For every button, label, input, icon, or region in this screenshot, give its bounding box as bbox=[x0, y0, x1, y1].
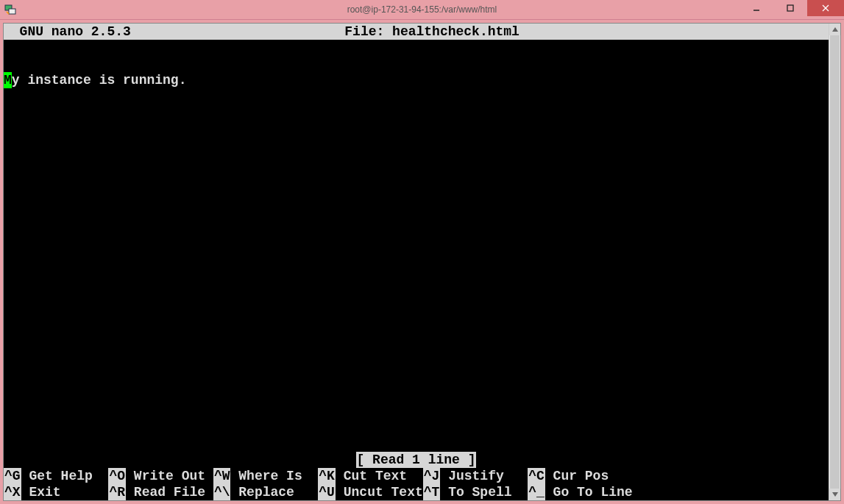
svg-marker-7 bbox=[832, 27, 838, 32]
shortcut-key: ^X bbox=[4, 484, 21, 500]
shortcut-label: Write Out bbox=[126, 468, 213, 484]
app-window: root@ip-172-31-94-155:/var/www/html GNU … bbox=[0, 0, 844, 504]
shortcut-row-2: ^X Exit ^R Read File ^\ Replace ^U Uncut… bbox=[4, 484, 829, 500]
shortcut-read-file[interactable]: ^R Read File bbox=[108, 484, 213, 500]
shortcut-label: Go To Line bbox=[545, 484, 633, 500]
terminal[interactable]: GNU nano 2.5.3 File: healthcheck.html My… bbox=[4, 24, 829, 500]
shortcut-key: ^T bbox=[423, 484, 441, 500]
scroll-up-button[interactable] bbox=[829, 24, 840, 35]
cursor: M bbox=[4, 72, 12, 88]
shortcut-key: ^K bbox=[318, 468, 336, 484]
scroll-thumb[interactable] bbox=[830, 35, 840, 489]
window-border: GNU nano 2.5.3 File: healthcheck.html My… bbox=[0, 20, 844, 504]
shortcut-label: Cut Text bbox=[336, 468, 423, 484]
scroll-track[interactable] bbox=[829, 35, 840, 489]
shortcut-where-is[interactable]: ^W Where Is bbox=[213, 468, 318, 484]
shortcut-label: Justify bbox=[440, 468, 528, 484]
shortcut-go-to-line[interactable]: ^_ Go To Line bbox=[528, 484, 632, 500]
scroll-down-button[interactable] bbox=[829, 489, 840, 500]
minimize-button[interactable] bbox=[740, 0, 773, 16]
status-message: [ Read 1 line ] bbox=[356, 452, 475, 468]
shortcut-key: ^J bbox=[423, 468, 441, 484]
shortcut-replace[interactable]: ^\ Replace bbox=[213, 484, 318, 500]
shortcut-label: Read File bbox=[126, 484, 213, 500]
window-title: root@ip-172-31-94-155:/var/www/html bbox=[0, 4, 844, 15]
svg-rect-4 bbox=[787, 5, 793, 11]
putty-icon bbox=[4, 4, 16, 15]
shortcut-key: ^R bbox=[108, 484, 126, 500]
shortcut-label: To Spell bbox=[440, 484, 528, 500]
maximize-button[interactable] bbox=[773, 0, 807, 16]
shortcut-key: ^U bbox=[318, 484, 336, 500]
shortcut-key: ^_ bbox=[528, 484, 545, 500]
shortcut-row-1: ^G Get Help ^O Write Out ^W Where Is ^K … bbox=[4, 468, 829, 484]
shortcut-get-help[interactable]: ^G Get Help bbox=[4, 468, 108, 484]
shortcut-cur-pos[interactable]: ^C Cur Pos bbox=[528, 468, 609, 484]
shortcut-label: Where Is bbox=[230, 468, 318, 484]
terminal-frame: GNU nano 2.5.3 File: healthcheck.html My… bbox=[3, 23, 841, 501]
editor-text: y instance is running. bbox=[12, 72, 187, 88]
shortcut-key: ^\ bbox=[213, 484, 231, 500]
titlebar[interactable]: root@ip-172-31-94-155:/var/www/html bbox=[0, 0, 844, 20]
editor-line[interactable]: My instance is running. bbox=[4, 72, 829, 88]
shortcut-label: Get Help bbox=[21, 468, 109, 484]
shortcut-bar: ^G Get Help ^O Write Out ^W Where Is ^K … bbox=[4, 468, 829, 500]
nano-app-label: GNU nano 2.5.3 bbox=[4, 24, 131, 40]
window-controls bbox=[740, 0, 844, 16]
editor-area[interactable]: My instance is running. bbox=[4, 40, 829, 452]
nano-file-label: File: healthcheck.html bbox=[131, 24, 829, 40]
shortcut-label: Replace bbox=[230, 484, 318, 500]
shortcut-write-out[interactable]: ^O Write Out bbox=[108, 468, 213, 484]
nano-header: GNU nano 2.5.3 File: healthcheck.html bbox=[4, 24, 829, 40]
shortcut-cut-text[interactable]: ^K Cut Text bbox=[318, 468, 422, 484]
shortcut-label: Uncut Text bbox=[336, 484, 423, 500]
shortcut-label: Cur Pos bbox=[545, 468, 609, 484]
shortcut-to-spell[interactable]: ^T To Spell bbox=[423, 484, 528, 500]
status-row: [ Read 1 line ] bbox=[4, 452, 829, 468]
shortcut-exit[interactable]: ^X Exit bbox=[4, 484, 108, 500]
shortcut-key: ^W bbox=[213, 468, 231, 484]
svg-rect-1 bbox=[9, 9, 15, 14]
shortcut-key: ^O bbox=[108, 468, 126, 484]
shortcut-label: Exit bbox=[21, 484, 109, 500]
shortcut-justify[interactable]: ^J Justify bbox=[423, 468, 528, 484]
close-button[interactable] bbox=[807, 0, 844, 16]
shortcut-uncut-text[interactable]: ^U Uncut Text bbox=[318, 484, 422, 500]
shortcut-key: ^G bbox=[4, 468, 21, 484]
shortcut-key: ^C bbox=[528, 468, 545, 484]
vertical-scrollbar[interactable] bbox=[829, 24, 840, 500]
svg-marker-8 bbox=[832, 492, 838, 497]
